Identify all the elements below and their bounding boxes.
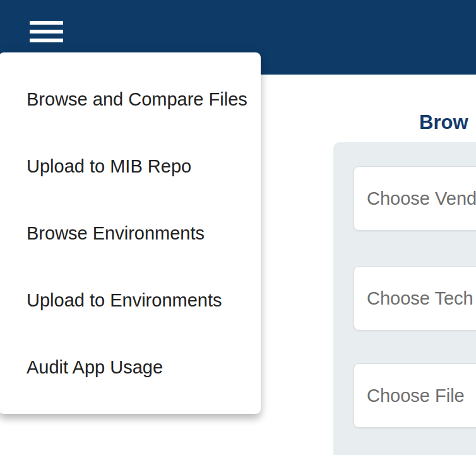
page-title: Brow: [419, 111, 468, 134]
menu-button[interactable]: [30, 21, 63, 43]
choose-tech-input[interactable]: [354, 266, 476, 331]
choose-file-input[interactable]: [354, 363, 476, 428]
choose-vendor-input[interactable]: [354, 166, 476, 231]
menu-item-browse-environments[interactable]: Browse Environments: [0, 200, 261, 267]
form-panel: [333, 142, 476, 455]
menu-item-upload-to-environments[interactable]: Upload to Environments: [0, 267, 261, 334]
menu-item-browse-and-compare-files[interactable]: Browse and Compare Files: [0, 66, 261, 133]
menu-item-upload-to-mib-repo[interactable]: Upload to MIB Repo: [0, 133, 261, 200]
menu-item-audit-app-usage[interactable]: Audit App Usage: [0, 334, 261, 401]
nav-dropdown-menu: Browse and Compare Files Upload to MIB R…: [0, 52, 261, 414]
